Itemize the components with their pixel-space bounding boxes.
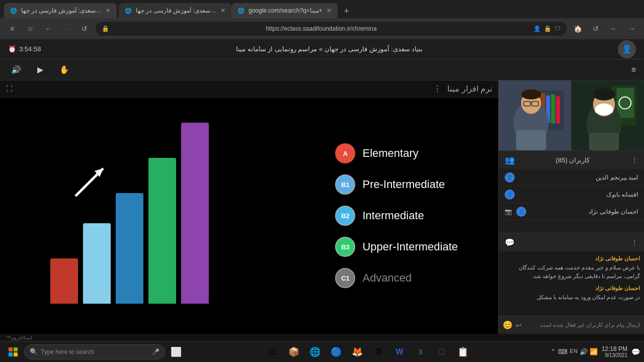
clock-icon: ⏰ (8, 45, 16, 53)
hand-button[interactable]: ✋ (56, 62, 72, 78)
address-bar[interactable]: 🔒 https://eclass.saadifoundation.ir/ch/e… (96, 22, 567, 36)
back-button[interactable]: ← (41, 22, 55, 36)
chat-message-2: احسان طوفانی نژاد در صورت عدم امکان ورود… (503, 285, 640, 302)
svg-rect-27 (14, 347, 18, 351)
video-header-right: نرم افزار مینا ⋮ (433, 84, 492, 94)
taskbar: 🔍 Type here to search 🎤 ⬜ 🗂 📦 🌐 🔵 🦊 ⚙ W … (0, 341, 644, 362)
info-bar: ⏰ 3:54:58 بنیاد سعدی: آموزش فارسی در جها… (0, 39, 644, 59)
bottom-bar: ™اسکافروم (0, 334, 644, 341)
chat-more-icon[interactable]: ⋮ (631, 238, 638, 246)
level-legend: A Elementary B1 Pre-Intermediate B2 Inte… (335, 143, 458, 288)
visual-studio-button[interactable]: ⬡ (433, 343, 451, 361)
tab-2-close[interactable]: ✕ (220, 7, 225, 14)
user-name-3: احسان طوفانی نژاد (530, 208, 638, 215)
attribution-text: ™اسکافروم (6, 335, 32, 340)
user-avatar-2: 👤 (505, 190, 515, 200)
forward-button[interactable]: → (59, 22, 73, 36)
notes-button[interactable]: 📋 (454, 343, 472, 361)
time-value: 3:54:58 (19, 45, 41, 53)
lang-indicator: EN (570, 348, 577, 355)
task-view-button[interactable]: ⬜ (167, 343, 185, 361)
mic-icon[interactable]: 🎤 (152, 348, 159, 355)
user-item-3: 📷 👤 احسان طوفانی نژاد (499, 203, 644, 220)
users-more-icon[interactable]: ⋮ (631, 156, 638, 164)
volume-tray-icon[interactable]: 🔊 (580, 348, 588, 355)
svg-rect-23 (595, 107, 613, 114)
level-a-label: Elementary (362, 147, 418, 160)
favorites-button[interactable]: ☆ (23, 22, 37, 36)
emoji-icon[interactable]: 😊 (503, 320, 513, 330)
search-box[interactable]: 🔍 Type here to search 🎤 (24, 344, 165, 359)
user-avatar[interactable]: 👤 (618, 40, 636, 58)
prev-page[interactable]: ← (607, 22, 621, 36)
refresh-button[interactable]: ↺ (77, 22, 92, 36)
tab-3-close[interactable]: ✕ (327, 7, 332, 14)
chat-panel-header: 💬 ⋮ (499, 233, 644, 251)
browser-refresh[interactable]: ↺ (589, 22, 603, 36)
more-options-icon[interactable]: ⋮ (433, 84, 441, 93)
controls-bar: 🔊 ▶ ✋ ≡ (0, 59, 644, 80)
network-icon[interactable]: 📶 (590, 348, 598, 355)
level-a-badge: A (335, 143, 355, 163)
search-icon: 🔍 (30, 348, 38, 355)
settings-button[interactable]: ⚙ (369, 343, 387, 361)
level-b2-badge: B2 (335, 206, 355, 226)
level-c1-badge: C1 (335, 268, 355, 288)
notification-button[interactable]: 💬 (631, 348, 640, 356)
users-count-title: کاربران (85) (556, 156, 590, 164)
next-page[interactable]: → (625, 22, 639, 36)
svg-rect-29 (14, 352, 18, 356)
store-button[interactable]: 📦 (285, 343, 303, 361)
legend-intermediate: B2 Intermediate (335, 206, 458, 226)
sidebar-toggle[interactable]: ≡ (5, 22, 19, 36)
chat-input-placeholder: ارسال پیام برای کاربران غیر فعال شده است (525, 322, 640, 328)
excel-button[interactable]: X (412, 343, 430, 361)
clock-date: 9/13/2021 (602, 352, 627, 358)
svg-rect-25 (589, 133, 619, 150)
tab-1-close[interactable]: ✕ (106, 7, 111, 14)
level-b1-label: Pre-Intermediate (362, 178, 445, 191)
right-panel: 📷 ⋮ (498, 80, 644, 334)
tray-icons: ⌃ ⌨ EN 🔊 📶 (550, 348, 597, 355)
tray-up-arrow[interactable]: ⌃ (550, 348, 556, 355)
word-button[interactable]: W (390, 343, 409, 361)
volume-button[interactable]: 🔊 (8, 62, 24, 78)
address-icons: 👤 🔒 🛡 (533, 25, 560, 32)
svg-rect-8 (556, 97, 560, 124)
tab-1[interactable]: 🌐 بنیاد سعدی: آموزش فارسی در جها ✕ (4, 3, 117, 18)
legend-pre-intermediate: B1 Pre-Intermediate (335, 174, 458, 195)
user-cam-icon-3: 📷 (505, 208, 512, 215)
tab-2[interactable]: 🌐 بنیاد سعدی: آموزش فارسی در جها ✕ (119, 3, 231, 18)
shield-icon: 🛡 (554, 25, 560, 32)
file-explorer-button[interactable]: 🗂 (264, 343, 282, 361)
user-name-2: افسانه بابوک (519, 191, 638, 198)
page-title: بنیاد سعدی: آموزش فارسی در جهان » مراسم … (236, 45, 423, 53)
profile-icon: 👤 (533, 25, 541, 32)
tab-3[interactable]: 🌐 google.com/search?q=مینا+ ✕ (231, 3, 338, 18)
user-item-1: 👤 امید پیرنجم الدین (499, 169, 644, 186)
expand-icon[interactable]: ⛶ (6, 85, 13, 93)
svg-rect-26 (9, 347, 13, 351)
chrome-button[interactable]: 🔵 (327, 343, 345, 361)
firefox-button[interactable]: 🦊 (348, 343, 366, 361)
reply-icon[interactable]: ↩ (516, 321, 522, 329)
lock-icon: 🔒 (544, 25, 551, 32)
chat-icon: 💬 (505, 238, 515, 247)
edge-button[interactable]: 🌐 (306, 343, 324, 361)
video-main: ⛶ نرم افزار مینا ⋮ (0, 80, 498, 334)
svg-rect-15 (516, 130, 546, 150)
new-tab-button[interactable]: + (340, 4, 354, 18)
users-icon: 👥 (505, 155, 515, 165)
menu-button[interactable]: ≡ (631, 65, 636, 74)
svg-point-24 (593, 88, 615, 101)
address-text: https://eclass.saadifoundation.ir/ch/emi… (112, 25, 530, 32)
level-b3-badge: B3 (335, 237, 355, 257)
play-button[interactable]: ▶ (32, 62, 48, 78)
home-button[interactable]: 🏠 (571, 22, 585, 36)
start-button[interactable] (4, 343, 22, 361)
tab-1-title: بنیاد سعدی: آموزش فارسی در جها (21, 7, 102, 14)
legend-advanced: C1 Advanced (335, 268, 458, 288)
svg-rect-28 (9, 352, 13, 356)
bar-elementary (50, 258, 78, 304)
legend-elementary: A Elementary (335, 143, 458, 163)
